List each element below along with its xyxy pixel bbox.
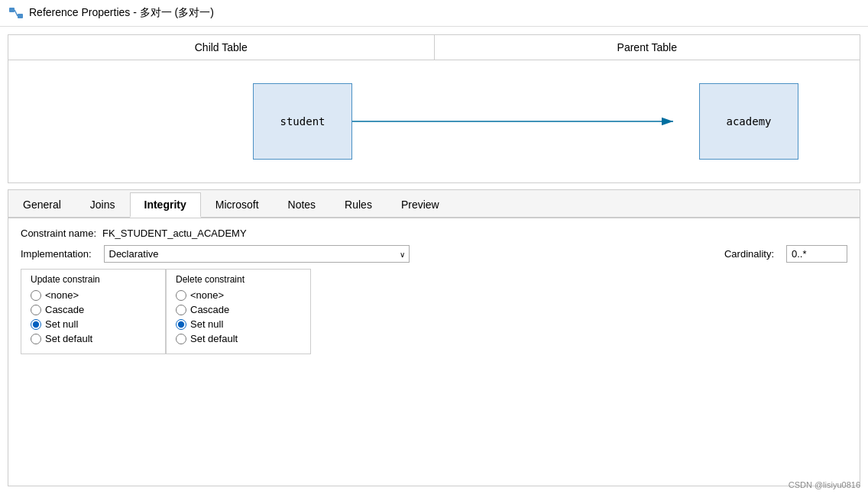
content-area: Child Table Parent Table student academy: [0, 27, 868, 494]
implementation-select[interactable]: Declarative: [104, 245, 410, 263]
delete-cascade-radio[interactable]: [176, 305, 186, 315]
cardinality-input[interactable]: [786, 245, 847, 263]
update-cascade-radio[interactable]: [31, 305, 41, 315]
tab-bar: General Joins Integrity Microsoft Notes …: [8, 190, 860, 218]
main-window: Reference Properties - 多对一 (多对一) Child T…: [0, 0, 868, 494]
constraint-name-label: Constraint name:: [21, 228, 96, 239]
update-setnull-label: Set null: [45, 318, 78, 330]
update-none-label: <none>: [45, 289, 79, 301]
integrity-tab-content: Constraint name: FK_STUDENT_actu_ACADEMY…: [8, 218, 860, 486]
child-table-header: Child Table: [8, 35, 435, 60]
diagram-inner: student academy: [8, 60, 860, 182]
implementation-row: Implementation: Declarative Cardinality:: [21, 245, 847, 263]
constraint-name-value: FK_STUDENT_actu_ACADEMY: [102, 228, 247, 239]
student-table-box[interactable]: student: [253, 83, 352, 160]
update-constraint-title: Update constrain: [31, 274, 156, 285]
delete-setdefault-label: Set default: [190, 333, 238, 344]
diagram-section: Child Table Parent Table student academy: [8, 34, 860, 183]
constraint-name-row: Constraint name: FK_STUDENT_actu_ACADEMY: [21, 228, 847, 239]
update-constraint-group: Update constrain <none> Cascade Set null: [21, 269, 166, 354]
implementation-select-wrapper: Declarative: [104, 245, 410, 263]
parent-table-header: Parent Table: [435, 35, 860, 60]
update-none-radio[interactable]: [31, 290, 41, 301]
diagram-header: Child Table Parent Table: [8, 35, 860, 60]
delete-none-item: <none>: [176, 289, 301, 301]
tab-general[interactable]: General: [8, 192, 76, 218]
svg-rect-0: [9, 8, 15, 12]
update-cascade-label: Cascade: [45, 304, 84, 315]
delete-setnull-label: Set null: [190, 318, 223, 330]
update-setnull-item: Set null: [31, 318, 156, 330]
constraint-groups: Update constrain <none> Cascade Set null: [21, 269, 847, 354]
tab-microsoft[interactable]: Microsoft: [201, 192, 274, 218]
delete-constraint-group: Delete constraint <none> Cascade Set nul…: [166, 269, 311, 354]
watermark: CSDN @lisiyu0816: [789, 480, 860, 489]
tabs-section: General Joins Integrity Microsoft Notes …: [8, 189, 860, 486]
delete-setnull-radio[interactable]: [176, 319, 186, 330]
cardinality-group: Cardinality:: [724, 245, 847, 263]
tab-preview[interactable]: Preview: [387, 192, 454, 218]
student-label: student: [280, 115, 325, 128]
implementation-left: Implementation: Declarative: [21, 245, 410, 263]
svg-rect-1: [18, 14, 23, 18]
delete-none-label: <none>: [190, 289, 224, 301]
update-none-item: <none>: [31, 289, 156, 301]
academy-table-box[interactable]: academy: [699, 83, 798, 160]
update-setdefault-radio[interactable]: [31, 334, 41, 344]
tab-joins[interactable]: Joins: [76, 192, 130, 218]
delete-none-radio[interactable]: [176, 290, 186, 301]
update-setdefault-label: Set default: [45, 333, 92, 344]
reference-icon: [9, 6, 23, 20]
tab-integrity[interactable]: Integrity: [130, 192, 201, 218]
tab-notes[interactable]: Notes: [274, 192, 331, 218]
delete-setdefault-item: Set default: [176, 333, 301, 344]
window-title: Reference Properties - 多对一 (多对一): [29, 6, 214, 20]
cardinality-label: Cardinality:: [724, 248, 774, 260]
update-setnull-radio[interactable]: [31, 319, 41, 330]
delete-setnull-item: Set null: [176, 318, 301, 330]
academy-label: academy: [726, 115, 771, 128]
delete-cascade-item: Cascade: [176, 304, 301, 315]
implementation-label: Implementation:: [21, 248, 92, 260]
diagram-canvas: student academy: [8, 60, 860, 182]
svg-line-2: [15, 10, 18, 16]
title-bar: Reference Properties - 多对一 (多对一): [0, 0, 868, 27]
delete-cascade-label: Cascade: [190, 304, 229, 315]
delete-setdefault-radio[interactable]: [176, 334, 186, 344]
update-cascade-item: Cascade: [31, 304, 156, 315]
delete-constraint-title: Delete constraint: [176, 274, 301, 285]
tab-rules[interactable]: Rules: [330, 192, 387, 218]
update-setdefault-item: Set default: [31, 333, 156, 344]
